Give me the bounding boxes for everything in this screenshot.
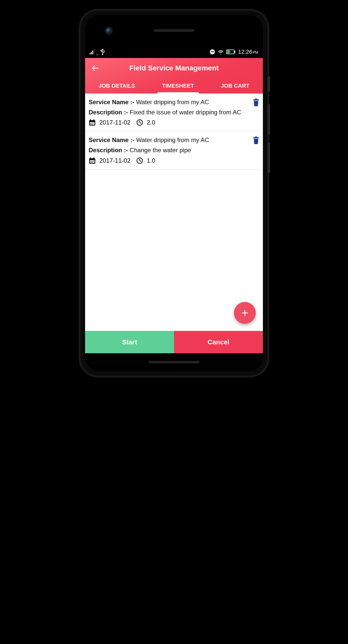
svg-point-31 — [92, 161, 93, 161]
timesheet-entry: Service Name :- Water dripping from my A… — [85, 131, 263, 169]
entry-date: 2017-11-02 — [99, 119, 131, 126]
service-name-label: Service Name :- — [89, 99, 134, 105]
svg-point-21 — [91, 124, 91, 125]
timesheet-list: Service Name :- Water dripping from my A… — [85, 94, 263, 331]
svg-rect-1 — [91, 52, 92, 54]
svg-point-33 — [91, 162, 91, 162]
status-clock: 12:26PM — [238, 49, 258, 55]
tab-timesheet[interactable]: TIMESHEET — [157, 78, 199, 94]
clock-icon — [136, 157, 143, 164]
service-name-value: Water dripping from my AC — [136, 136, 209, 143]
svg-point-34 — [92, 162, 93, 162]
calendar-icon — [89, 157, 96, 164]
description-label: Description :- — [89, 109, 128, 116]
svg-rect-13 — [255, 99, 257, 99]
phone-side-button — [267, 76, 270, 91]
trash-icon — [253, 136, 259, 144]
status-bar: , — [85, 46, 263, 58]
svg-point-20 — [93, 123, 94, 124]
phone-side-button — [267, 142, 270, 173]
phone-speaker — [154, 29, 194, 32]
delete-button[interactable] — [253, 99, 259, 107]
svg-rect-24 — [253, 137, 259, 138]
tabs: JOB DETAILS TIMESHEET JOB CART — [85, 78, 263, 94]
svg-point-22 — [92, 124, 93, 125]
signal-icon — [90, 49, 95, 54]
entry-hours: 1.0 — [147, 157, 155, 164]
battery-charging-icon — [226, 50, 235, 54]
timesheet-entry: Service Name :- Water dripping from my A… — [85, 94, 263, 131]
svg-rect-0 — [90, 53, 90, 54]
status-comma: , — [96, 50, 98, 56]
svg-point-18 — [91, 123, 91, 124]
phone-bezel-top — [85, 15, 263, 46]
usb-icon — [100, 49, 105, 55]
bottom-bar: Start Cancel — [85, 331, 263, 353]
svg-rect-27 — [90, 157, 91, 159]
svg-rect-15 — [90, 119, 91, 121]
trash-icon — [253, 99, 259, 106]
back-button[interactable] — [90, 63, 100, 73]
svg-rect-28 — [93, 157, 94, 159]
entry-date: 2017-11-02 — [99, 157, 131, 164]
phone-frame: , — [80, 10, 268, 376]
phone-bezel-bottom — [85, 353, 263, 371]
svg-point-5 — [104, 51, 105, 52]
cancel-button[interactable]: Cancel — [174, 331, 263, 353]
do-not-disturb-icon — [210, 49, 215, 55]
description-label: Description :- — [89, 147, 128, 154]
svg-point-4 — [102, 54, 103, 55]
description-value: Fixed the issue of water dripping from A… — [130, 109, 241, 116]
service-name-value: Water dripping from my AC — [136, 99, 209, 105]
svg-point-30 — [91, 161, 91, 161]
description-value: Change the water pipe — [130, 147, 191, 154]
svg-point-19 — [92, 123, 93, 124]
calendar-icon — [89, 119, 96, 126]
svg-rect-2 — [92, 51, 93, 54]
screen: , — [85, 46, 263, 353]
svg-point-32 — [93, 161, 94, 161]
svg-rect-25 — [255, 136, 257, 137]
add-button[interactable]: + — [234, 302, 256, 324]
app-header: Field Service Management JOB DETAILS TIM… — [85, 58, 263, 94]
svg-rect-6 — [101, 50, 102, 51]
svg-rect-10 — [234, 51, 235, 53]
phone-side-button — [267, 104, 270, 135]
tab-job-details[interactable]: JOB DETAILS — [94, 78, 140, 94]
start-button[interactable]: Start — [85, 331, 174, 353]
plus-icon: + — [242, 306, 248, 319]
svg-rect-8 — [211, 52, 214, 52]
phone-mic — [149, 361, 199, 363]
delete-button[interactable] — [253, 136, 259, 145]
entry-hours: 2.0 — [147, 119, 155, 126]
service-name-label: Service Name :- — [89, 136, 134, 143]
svg-rect-3 — [93, 49, 94, 54]
phone-camera — [105, 27, 112, 34]
clock-icon — [136, 119, 143, 126]
svg-rect-12 — [253, 99, 259, 100]
tab-job-cart[interactable]: JOB CART — [216, 78, 254, 94]
svg-rect-16 — [93, 119, 94, 121]
page-title: Field Service Management — [100, 64, 248, 72]
wifi-icon — [218, 49, 224, 54]
